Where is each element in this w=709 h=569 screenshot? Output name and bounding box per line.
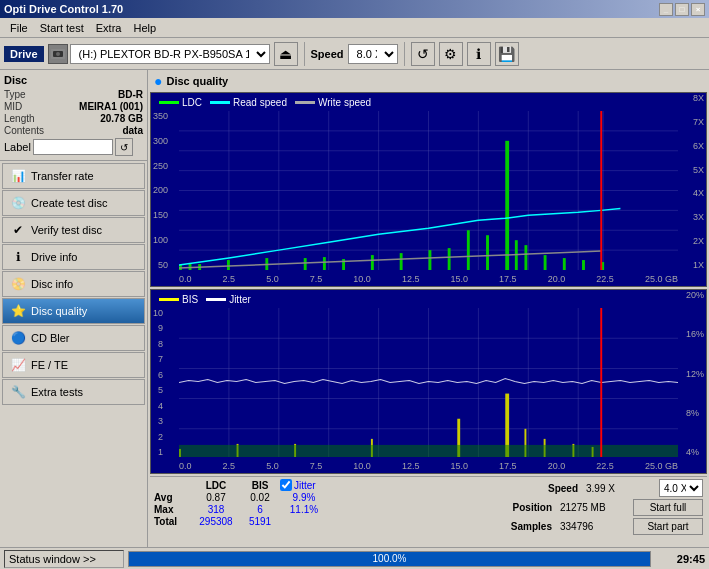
nav-fe-te[interactable]: 📈 FE / TE (2, 352, 145, 378)
cd-bler-icon: 🔵 (9, 329, 27, 347)
fe-te-icon: 📈 (9, 356, 27, 374)
speed-stat-label: Speed (523, 483, 578, 494)
svg-rect-25 (323, 257, 326, 270)
disc-label-btn[interactable]: ↺ (115, 138, 133, 156)
nav-cd-bler[interactable]: 🔵 CD Bler (2, 325, 145, 351)
nav-disc-info[interactable]: 📀 Disc info (2, 271, 145, 297)
toolbar: Drive (H:) PLEXTOR BD-R PX-B950SA 1.04 ⏏… (0, 38, 709, 70)
menu-file[interactable]: File (4, 20, 34, 36)
legend-write-speed: Write speed (295, 97, 371, 108)
nav-create-test-disc[interactable]: 💿 Create test disc (2, 190, 145, 216)
drive-dropdown[interactable]: (H:) PLEXTOR BD-R PX-B950SA 1.04 (70, 44, 270, 64)
position-row: Position 21275 MB Start full (497, 499, 703, 516)
legend-read-speed: Read speed (210, 97, 287, 108)
svg-rect-36 (544, 255, 547, 270)
jitter-label: Jitter (294, 480, 316, 491)
verify-test-disc-icon: ✔ (9, 221, 27, 239)
write-speed-color (295, 101, 315, 104)
svg-rect-35 (524, 245, 527, 270)
disc-length-key: Length (4, 113, 35, 124)
disc-length-val: 20.78 GB (100, 113, 143, 124)
menu-extra[interactable]: Extra (90, 20, 128, 36)
total-label: Total (154, 516, 190, 527)
status-bar: Status window >> 100.0% 29:45 (0, 547, 709, 569)
svg-rect-29 (429, 250, 432, 270)
disc-type-row: Type BD-R (4, 89, 143, 100)
jitter-checkbox[interactable] (280, 479, 292, 491)
info-button[interactable]: ℹ (467, 42, 491, 66)
drive-info-icon: ℹ (9, 248, 27, 266)
start-full-button[interactable]: Start full (633, 499, 703, 516)
refresh-button[interactable]: ↺ (411, 42, 435, 66)
avg-bis: 0.02 (242, 492, 278, 503)
save-button[interactable]: 💾 (495, 42, 519, 66)
status-window-button[interactable]: Status window >> (4, 550, 124, 568)
max-jitter: 11.1% (280, 504, 328, 515)
drive-label: Drive (4, 46, 44, 62)
window-controls: _ □ × (659, 3, 705, 16)
nav-disc-quality[interactable]: ⭐ Disc quality (2, 298, 145, 324)
settings-button[interactable]: ⚙ (439, 42, 463, 66)
avg-label: Avg (154, 492, 190, 503)
top-chart-y-left: 350 300 250 200 150 100 50 (153, 111, 168, 270)
bottom-chart: BIS Jitter 10 9 8 7 6 5 4 3 2 1 (150, 289, 707, 474)
nav-transfer-rate[interactable]: 📊 Transfer rate (2, 163, 145, 189)
disc-type-val: BD-R (118, 89, 143, 100)
svg-rect-28 (400, 253, 403, 270)
svg-rect-22 (227, 260, 230, 270)
minimize-button[interactable]: _ (659, 3, 673, 16)
nav-drive-info[interactable]: ℹ Drive info (2, 244, 145, 270)
extra-tests-icon: 🔧 (9, 383, 27, 401)
maximize-button[interactable]: □ (675, 3, 689, 16)
drive-select-area: (H:) PLEXTOR BD-R PX-B950SA 1.04 (48, 44, 270, 64)
disc-label-input[interactable] (33, 139, 113, 155)
samples-label: Samples (497, 521, 552, 532)
speed-select-small[interactable]: 4.0 X2.0 X8.0 X (659, 479, 703, 497)
nav-verify-test-disc[interactable]: ✔ Verify test disc (2, 217, 145, 243)
svg-rect-38 (582, 260, 585, 270)
legend-ldc: LDC (159, 97, 202, 108)
disc-section-title: Disc (4, 74, 143, 86)
stats-header-row: LDC BIS Jitter (154, 479, 328, 491)
top-chart-legend: LDC Read speed Write speed (159, 97, 371, 108)
menu-start-test[interactable]: Start test (34, 20, 90, 36)
chart-title-icon: ● (154, 73, 162, 89)
chart-title: Disc quality (166, 75, 228, 87)
close-button[interactable]: × (691, 3, 705, 16)
disc-label-key: Label (4, 141, 31, 153)
stats-max-row: Max 318 6 11.1% (154, 504, 328, 515)
disc-mid-val: MEIRA1 (001) (79, 101, 143, 112)
total-bis: 5191 (242, 516, 278, 527)
bis-color (159, 298, 179, 301)
nav-extra-tests[interactable]: 🔧 Extra tests (2, 379, 145, 405)
svg-rect-32 (486, 235, 489, 270)
top-chart-x-axis: 0.0 2.5 5.0 7.5 10.0 12.5 15.0 17.5 20.0… (179, 274, 678, 284)
avg-jitter: 9.9% (280, 492, 328, 503)
bottom-chart-svg (179, 308, 678, 457)
speed-stat-val: 3.99 X (586, 483, 651, 494)
start-part-button[interactable]: Start part (633, 518, 703, 535)
menu-help[interactable]: Help (127, 20, 162, 36)
transfer-rate-icon: 📊 (9, 167, 27, 185)
speed-dropdown[interactable]: 8.0 X4.0 XMAX (348, 44, 398, 64)
disc-contents-row: Contents data (4, 125, 143, 136)
avg-ldc: 0.87 (192, 492, 240, 503)
stats-table: LDC BIS Jitter Avg 0.87 0.02 9.9% Max (154, 479, 328, 527)
progress-bar: 100.0% (128, 551, 651, 567)
legend-ldc-label: LDC (182, 97, 202, 108)
eject-button[interactable]: ⏏ (274, 42, 298, 66)
separator (304, 42, 305, 66)
samples-row: Samples 334796 Start part (497, 518, 703, 535)
svg-point-2 (56, 52, 60, 56)
nav-create-test-disc-label: Create test disc (31, 197, 107, 209)
create-test-disc-icon: 💿 (9, 194, 27, 212)
read-speed-color (210, 101, 230, 104)
svg-rect-30 (448, 248, 451, 270)
jitter-checkbox-area: Jitter (280, 479, 316, 491)
stats-bar: LDC BIS Jitter Avg 0.87 0.02 9.9% Max (150, 476, 707, 537)
nav-cd-bler-label: CD Bler (31, 332, 70, 344)
right-stats: Speed 3.99 X 4.0 X2.0 X8.0 X Position 21… (497, 479, 703, 535)
nav-fe-te-label: FE / TE (31, 359, 68, 371)
speed-label: Speed (311, 48, 344, 60)
top-chart: LDC Read speed Write speed 350 300 250 2… (150, 92, 707, 287)
